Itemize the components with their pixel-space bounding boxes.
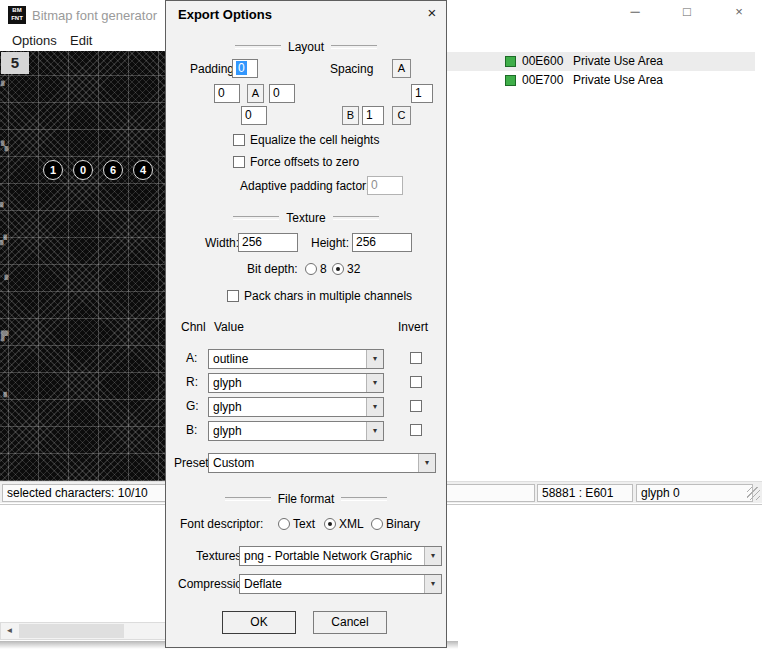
descriptor-binary-radio[interactable] xyxy=(371,518,383,530)
dropdown-arrow-icon[interactable]: ▾ xyxy=(424,547,441,565)
channel-b-select[interactable]: glyph ▾ xyxy=(208,421,384,441)
pack-chars-label: Pack chars in multiple channels xyxy=(244,290,412,303)
texture-group-header: Texture xyxy=(166,211,446,225)
unicode-block-row[interactable]: 00E600 Private Use Area xyxy=(447,52,755,71)
dropdown-arrow-icon[interactable]: ▾ xyxy=(418,454,435,472)
block-code: 00E600 xyxy=(522,52,572,71)
layout-group-title: Layout xyxy=(288,40,324,54)
letter-a-box: A xyxy=(247,84,264,103)
channel-r-label: R: xyxy=(186,376,198,389)
edge-glyph-mark: ▛ xyxy=(1,331,8,341)
bit-depth-label: Bit depth: xyxy=(247,263,298,276)
channel-header-chnl: Chnl xyxy=(181,321,206,334)
dropdown-arrow-icon[interactable]: ▾ xyxy=(424,575,441,593)
adaptive-padding-label: Adaptive padding factor: xyxy=(240,180,369,193)
descriptor-binary-label: Binary xyxy=(386,518,420,531)
etched-line xyxy=(235,45,281,49)
force-offsets-checkbox[interactable] xyxy=(233,156,245,168)
equalize-label: Equalize the cell heights xyxy=(250,134,379,147)
layout-group-header: Layout xyxy=(166,40,446,54)
spacing-horizontal-input[interactable]: 1 xyxy=(362,106,384,125)
bit-depth-8-label: 8 xyxy=(320,263,327,276)
dialog-close-icon[interactable]: × xyxy=(423,4,441,22)
texture-width-input[interactable]: 256 xyxy=(238,233,298,252)
textures-label: Textures: xyxy=(196,550,245,563)
bit-depth-8-radio[interactable] xyxy=(305,263,317,275)
glyph-cell-circled-0[interactable]: 0 xyxy=(73,160,93,180)
channel-r-invert-checkbox[interactable] xyxy=(410,376,422,388)
scrollbar-thumb[interactable] xyxy=(19,624,124,638)
channel-a-invert-checkbox[interactable] xyxy=(410,352,422,364)
menu-item-options[interactable]: Options xyxy=(12,33,57,48)
padding-left-input[interactable]: 0 xyxy=(214,84,240,103)
channel-g-invert-checkbox[interactable] xyxy=(410,400,422,412)
minimize-icon[interactable]: ─ xyxy=(626,4,644,19)
channel-a-label: A: xyxy=(186,352,197,365)
channel-g-select[interactable]: glyph ▾ xyxy=(208,397,384,417)
dropdown-arrow-icon[interactable]: ▾ xyxy=(366,350,383,368)
dialog-title: Export Options xyxy=(178,7,272,22)
glyph-cell-circled-1[interactable]: 1 xyxy=(43,160,63,180)
maximize-icon[interactable]: □ xyxy=(678,4,696,19)
edge-glyph-mark: ▘ xyxy=(1,81,8,91)
scroll-left-icon[interactable]: ◄ xyxy=(1,623,18,639)
app-icon: BM FNT xyxy=(8,6,26,24)
padding-top-input[interactable]: 0 xyxy=(232,59,258,78)
menu-item-edit[interactable]: Edit xyxy=(70,33,92,48)
texture-group-title: Texture xyxy=(286,211,325,225)
padding-bottom-input[interactable]: 0 xyxy=(241,106,267,125)
channel-header-value: Value xyxy=(214,321,244,334)
spacing-label: Spacing xyxy=(330,63,373,76)
descriptor-text-radio[interactable] xyxy=(278,518,290,530)
descriptor-text-label: Text xyxy=(293,518,315,531)
textures-select[interactable]: png - Portable Network Graphic ▾ xyxy=(239,546,442,566)
close-icon[interactable]: × xyxy=(730,4,748,19)
presets-select[interactable]: Custom ▾ xyxy=(208,453,436,473)
resize-grip-icon[interactable] xyxy=(747,487,760,500)
channel-a-select[interactable]: outline ▾ xyxy=(208,349,384,369)
window-controls: ─ □ × xyxy=(626,4,748,19)
channel-b-invert-checkbox[interactable] xyxy=(410,424,422,436)
etched-line xyxy=(341,497,387,501)
status-glyph-name: glyph 0 xyxy=(636,484,753,502)
unicode-block-row[interactable]: 00E700 Private Use Area xyxy=(447,71,755,90)
glyph-preview-cell[interactable]: 5 xyxy=(1,52,29,74)
letter-b-box: B xyxy=(342,106,359,125)
font-descriptor-label: Font descriptor: xyxy=(180,518,263,531)
etched-line xyxy=(331,45,377,49)
channel-g-label: G: xyxy=(186,400,199,413)
window-title: Bitmap font generator xyxy=(32,8,157,23)
channel-r-select[interactable]: glyph ▾ xyxy=(208,373,384,393)
pack-chars-checkbox[interactable] xyxy=(227,290,239,302)
compression-select[interactable]: Deflate ▾ xyxy=(239,574,442,594)
dropdown-arrow-icon[interactable]: ▾ xyxy=(366,374,383,392)
bit-depth-32-radio[interactable] xyxy=(332,263,344,275)
block-name: Private Use Area xyxy=(573,71,663,90)
etched-line xyxy=(333,216,379,220)
dropdown-arrow-icon[interactable]: ▾ xyxy=(366,398,383,416)
glyph-cell-circled-6[interactable]: 6 xyxy=(103,160,123,180)
etched-line xyxy=(225,497,271,501)
adaptive-padding-input[interactable]: 0 xyxy=(367,176,403,195)
bit-depth-32-label: 32 xyxy=(347,263,360,276)
channel-b-label: B: xyxy=(186,424,197,437)
ok-button[interactable]: OK xyxy=(222,611,296,634)
app-icon-text-bottom: FNT xyxy=(8,14,26,22)
equalize-checkbox[interactable] xyxy=(233,134,245,146)
edge-glyph-mark: ▞ xyxy=(0,235,7,245)
descriptor-xml-label: XML xyxy=(339,518,364,531)
texture-height-input[interactable]: 256 xyxy=(352,233,412,252)
glyph-cell-circled-4[interactable]: 4 xyxy=(133,160,153,180)
block-code: 00E700 xyxy=(522,71,572,90)
dropdown-arrow-icon[interactable]: ▾ xyxy=(366,422,383,440)
export-options-dialog: Export Options × Layout Padding 0 Spacin… xyxy=(165,0,447,648)
padding-right-input[interactable]: 0 xyxy=(269,84,295,103)
channel-header-invert: Invert xyxy=(398,321,428,334)
cancel-button[interactable]: Cancel xyxy=(313,611,387,634)
glyph-grid[interactable]: 5 1 0 6 4 ▘ ▚ ▖ ▞ ▝ ▛ ▗ xyxy=(0,51,165,481)
force-offsets-label: Force offsets to zero xyxy=(250,156,359,169)
spacing-vertical-input[interactable]: 1 xyxy=(411,84,433,103)
edge-glyph-mark: ▚ xyxy=(1,141,8,151)
screen: BM FNT Bitmap font generator ─ □ × Optio… xyxy=(0,0,762,649)
descriptor-xml-radio[interactable] xyxy=(324,518,336,530)
